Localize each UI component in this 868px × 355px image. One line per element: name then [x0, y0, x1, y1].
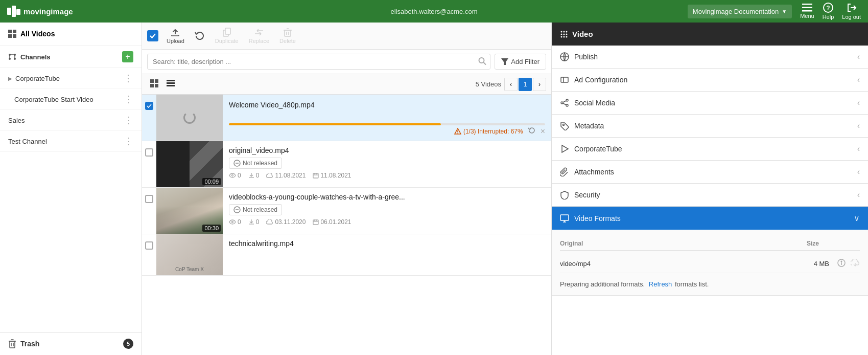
calendar-icon-3 — [313, 219, 319, 225]
security-header[interactable]: Security ‹ — [552, 184, 868, 206]
sidebar-item-corporatetube-start-video[interactable]: CorporateTube Start Video ⋮ — [0, 89, 142, 110]
publish-header[interactable]: Publish ‹ — [552, 46, 868, 68]
format-info-button[interactable] — [837, 259, 846, 269]
delete-button[interactable]: Delete — [275, 26, 300, 46]
video-4-checkbox[interactable] — [142, 234, 156, 275]
list-view-button[interactable] — [163, 77, 178, 91]
video-2-title: original_video.mp4 — [229, 146, 545, 154]
next-page-button[interactable]: › — [533, 78, 546, 91]
search-bar: Add Filter — [142, 50, 551, 74]
replace-button[interactable]: Replace — [245, 26, 273, 46]
panel-section-video-formats: Video Formats ∨ Original Size video/mp4 … — [552, 207, 868, 296]
svg-rect-23 — [225, 28, 230, 34]
video-2-checkbox[interactable] — [142, 141, 156, 187]
attachments-header[interactable]: Attachments ‹ — [552, 161, 868, 183]
svg-rect-34 — [167, 82, 175, 84]
refresh-toolbar-button[interactable] — [191, 29, 209, 43]
svg-point-54 — [564, 31, 565, 32]
video-1-close-button[interactable]: × — [541, 127, 545, 136]
video-formats-header[interactable]: Video Formats ∨ — [552, 207, 868, 230]
play-icon — [560, 144, 569, 153]
corporatetube-start-more-icon[interactable]: ⋮ — [124, 94, 133, 105]
content-toolbar: Upload Duplicate Replace Delete — [142, 23, 551, 50]
panel-section-publish: Publish ‹ — [552, 46, 868, 69]
video-3-status: Not released — [229, 204, 282, 215]
spinner — [183, 112, 196, 124]
video-3-meta: 0 0 03.11.2020 06.01.2021 — [229, 218, 545, 226]
sidebar-item-all-videos[interactable]: All Videos — [0, 23, 142, 46]
video-2-upload-date: 11.08.2021 — [266, 172, 306, 179]
refresh-formats-link[interactable]: Refresh — [649, 280, 672, 288]
logout-button[interactable]: Log out — [842, 3, 861, 20]
chevron-right-icon: ▶ — [8, 76, 12, 81]
not-released-icon-3 — [233, 206, 241, 213]
search-input[interactable] — [147, 54, 490, 70]
sidebar-channels-header: Channels + — [0, 46, 142, 68]
video-1-refresh-button[interactable] — [528, 127, 535, 136]
svg-point-60 — [564, 36, 565, 37]
sales-more-icon[interactable]: ⋮ — [124, 115, 133, 126]
list-item[interactable]: CoP Team X technicalwriting.mp4 — [142, 234, 551, 276]
page-nav: ‹ 1 › — [504, 78, 546, 91]
svg-rect-9 — [8, 30, 12, 33]
prev-page-button[interactable]: ‹ — [504, 78, 518, 91]
search-icon-button[interactable] — [478, 57, 486, 66]
sidebar-item-sales[interactable]: Sales ⋮ — [0, 110, 142, 131]
select-all-checkbox[interactable] — [147, 30, 158, 41]
svg-marker-28 — [501, 58, 508, 65]
corporatetube-panel-label: CorporateTube — [574, 145, 622, 153]
svg-point-66 — [561, 102, 563, 104]
upload-status-text: (1/3) Interrupted: 67% — [454, 128, 523, 135]
cloud-download-icon — [851, 259, 860, 267]
social-header[interactable]: Social Media ‹ — [552, 92, 868, 114]
logo[interactable]: movingimage — [7, 6, 73, 17]
panel-section-corporatetube: CorporateTube ‹ — [552, 138, 868, 161]
sidebar-item-corporatetube[interactable]: ▶ CorporateTube ⋮ — [0, 68, 142, 89]
docs-dropdown[interactable]: Movingimage Documentation ▼ — [688, 5, 792, 18]
test-channel-label: Test Channel — [8, 138, 47, 145]
metadata-header[interactable]: Metadata ‹ — [552, 115, 868, 137]
upload-button[interactable]: Upload — [162, 26, 189, 46]
publish-label: Publish — [574, 53, 598, 61]
video-2-info: original_video.mp4 Not released 0 0 — [223, 141, 551, 187]
upload-bar-fill — [229, 123, 441, 125]
corporatetube-more-icon[interactable]: ⋮ — [124, 73, 133, 84]
ad-header[interactable]: Ad Configuration ‹ — [552, 69, 868, 91]
sidebar-item-trash[interactable]: Trash 5 — [0, 332, 142, 355]
format-download-button[interactable] — [851, 259, 860, 269]
svg-rect-32 — [155, 84, 158, 87]
svg-point-55 — [566, 31, 568, 32]
video-1-checkbox[interactable] — [142, 95, 156, 141]
list-item[interactable]: 00:09 original_video.mp4 Not released 0 — [142, 141, 551, 188]
video-3-mod-date: 06.01.2021 — [313, 218, 351, 226]
attachments-label: Attachments — [574, 168, 614, 176]
grid-view-icon — [150, 79, 158, 87]
list-item[interactable]: Welcome Video_480p.mp4 (1/3) Interrupted… — [142, 95, 551, 141]
sidebar-item-test-channel[interactable]: Test Channel ⋮ — [0, 131, 142, 152]
test-channel-more-icon[interactable]: ⋮ — [124, 136, 133, 147]
add-filter-button[interactable]: Add Filter — [495, 54, 546, 70]
video-3-checkbox[interactable] — [142, 188, 156, 234]
corporatetube-panel-header[interactable]: CorporateTube ‹ — [552, 138, 868, 160]
page-1-button[interactable]: 1 — [519, 78, 532, 91]
list-item[interactable]: 00:30 videoblocks-a-young-couple-watches… — [142, 188, 551, 234]
svg-rect-4 — [802, 7, 812, 9]
add-channel-button[interactable]: + — [122, 51, 133, 62]
formats-row: video/mp4 4 MB — [560, 255, 860, 273]
panel-section-security: Security ‹ — [552, 184, 868, 207]
video-4-info: technicalwriting.mp4 — [223, 234, 551, 275]
upload-bar-wrap — [229, 113, 545, 125]
menu-button[interactable]: Menu — [800, 4, 814, 19]
panel-section-ad: Ad Configuration ‹ — [552, 69, 868, 92]
download-icon — [248, 172, 254, 179]
duplicate-button[interactable]: Duplicate — [211, 26, 243, 46]
grid-view-button[interactable] — [147, 77, 161, 91]
publish-expand-icon: ‹ — [857, 52, 860, 61]
panel-section-social: Social Media ‹ — [552, 92, 868, 115]
svg-point-26 — [479, 58, 484, 63]
help-icon: ? — [823, 3, 833, 13]
help-button[interactable]: ? Help — [823, 3, 834, 20]
trash-icon — [8, 339, 16, 348]
svg-rect-63 — [561, 77, 568, 82]
globe-icon — [560, 52, 569, 61]
